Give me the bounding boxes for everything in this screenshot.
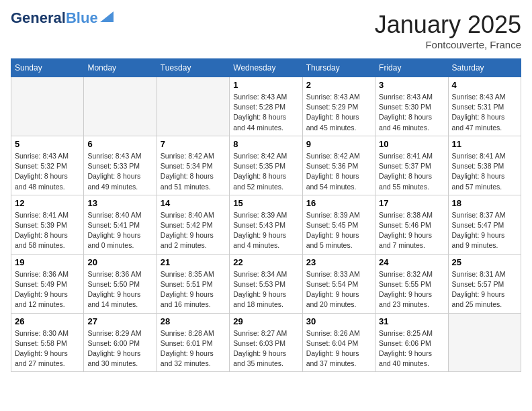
day-info: Sunrise: 8:36 AM Sunset: 5:49 PM Dayligh…	[15, 269, 80, 310]
page-header: GeneralBlue January 2025 Fontcouverte, F…	[11, 11, 521, 50]
day-number: 20	[87, 257, 152, 267]
day-number: 11	[452, 139, 517, 149]
day-number: 23	[306, 257, 371, 267]
weekday-header-row: SundayMondayTuesdayWednesdayThursdayFrid…	[11, 59, 521, 77]
calendar-cell: 6Sunrise: 8:43 AM Sunset: 5:33 PM Daylig…	[84, 136, 157, 195]
day-number: 30	[306, 316, 371, 326]
day-info: Sunrise: 8:43 AM Sunset: 5:30 PM Dayligh…	[379, 92, 444, 133]
calendar-cell: 22Sunrise: 8:34 AM Sunset: 5:53 PM Dayli…	[230, 254, 302, 313]
day-info: Sunrise: 8:43 AM Sunset: 5:33 PM Dayligh…	[87, 151, 152, 192]
day-info: Sunrise: 8:32 AM Sunset: 5:55 PM Dayligh…	[379, 269, 444, 310]
calendar-cell: 16Sunrise: 8:39 AM Sunset: 5:45 PM Dayli…	[302, 195, 375, 254]
day-info: Sunrise: 8:40 AM Sunset: 5:41 PM Dayligh…	[87, 210, 152, 251]
weekday-header: Monday	[84, 59, 157, 77]
month-title: January 2025	[375, 11, 521, 39]
day-info: Sunrise: 8:42 AM Sunset: 5:34 PM Dayligh…	[161, 151, 226, 192]
day-number: 31	[379, 316, 444, 326]
calendar-cell: 8Sunrise: 8:42 AM Sunset: 5:35 PM Daylig…	[230, 136, 302, 195]
day-number: 29	[233, 316, 298, 326]
day-number: 4	[452, 80, 517, 90]
day-number: 28	[161, 316, 226, 326]
calendar-cell: 29Sunrise: 8:27 AM Sunset: 6:03 PM Dayli…	[230, 313, 302, 372]
day-number: 21	[161, 257, 226, 267]
day-number: 17	[379, 198, 444, 208]
day-info: Sunrise: 8:35 AM Sunset: 5:51 PM Dayligh…	[161, 269, 226, 310]
calendar-cell: 11Sunrise: 8:41 AM Sunset: 5:38 PM Dayli…	[448, 136, 521, 195]
day-info: Sunrise: 8:37 AM Sunset: 5:47 PM Dayligh…	[452, 210, 517, 251]
logo-text: GeneralBlue	[11, 11, 98, 26]
title-block: January 2025 Fontcouverte, France	[375, 11, 521, 50]
day-info: Sunrise: 8:41 AM Sunset: 5:37 PM Dayligh…	[379, 151, 444, 192]
day-number: 12	[15, 198, 80, 208]
day-info: Sunrise: 8:42 AM Sunset: 5:36 PM Dayligh…	[306, 151, 371, 192]
day-number: 27	[87, 316, 152, 326]
location: Fontcouverte, France	[375, 39, 521, 50]
calendar-cell: 3Sunrise: 8:43 AM Sunset: 5:30 PM Daylig…	[375, 77, 448, 136]
calendar-cell: 9Sunrise: 8:42 AM Sunset: 5:36 PM Daylig…	[302, 136, 375, 195]
day-info: Sunrise: 8:43 AM Sunset: 5:28 PM Dayligh…	[233, 92, 298, 133]
week-row: 5Sunrise: 8:43 AM Sunset: 5:32 PM Daylig…	[11, 136, 521, 195]
weekday-header: Friday	[375, 59, 448, 77]
day-info: Sunrise: 8:31 AM Sunset: 5:57 PM Dayligh…	[452, 269, 517, 310]
day-info: Sunrise: 8:38 AM Sunset: 5:46 PM Dayligh…	[379, 210, 444, 251]
day-info: Sunrise: 8:25 AM Sunset: 6:06 PM Dayligh…	[379, 328, 444, 369]
calendar-cell: 17Sunrise: 8:38 AM Sunset: 5:46 PM Dayli…	[375, 195, 448, 254]
week-row: 1Sunrise: 8:43 AM Sunset: 5:28 PM Daylig…	[11, 77, 521, 136]
weekday-header: Saturday	[448, 59, 521, 77]
calendar-cell: 24Sunrise: 8:32 AM Sunset: 5:55 PM Dayli…	[375, 254, 448, 313]
day-number: 13	[87, 198, 152, 208]
day-info: Sunrise: 8:43 AM Sunset: 5:31 PM Dayligh…	[452, 92, 517, 133]
day-number: 16	[306, 198, 371, 208]
calendar-cell	[11, 77, 84, 136]
calendar-cell: 14Sunrise: 8:40 AM Sunset: 5:42 PM Dayli…	[157, 195, 229, 254]
weekday-header: Tuesday	[157, 59, 229, 77]
calendar-cell: 10Sunrise: 8:41 AM Sunset: 5:37 PM Dayli…	[375, 136, 448, 195]
day-number: 8	[233, 139, 298, 149]
calendar-table: SundayMondayTuesdayWednesdayThursdayFrid…	[11, 58, 521, 372]
calendar-cell: 7Sunrise: 8:42 AM Sunset: 5:34 PM Daylig…	[157, 136, 229, 195]
logo: GeneralBlue	[11, 11, 114, 26]
day-number: 9	[306, 139, 371, 149]
calendar-cell: 15Sunrise: 8:39 AM Sunset: 5:43 PM Dayli…	[230, 195, 302, 254]
day-number: 14	[161, 198, 226, 208]
logo-icon	[100, 11, 114, 22]
calendar-cell: 1Sunrise: 8:43 AM Sunset: 5:28 PM Daylig…	[230, 77, 302, 136]
day-number: 19	[15, 257, 80, 267]
weekday-header: Sunday	[11, 59, 84, 77]
day-info: Sunrise: 8:43 AM Sunset: 5:29 PM Dayligh…	[306, 92, 371, 133]
day-number: 5	[15, 139, 80, 149]
calendar-cell: 2Sunrise: 8:43 AM Sunset: 5:29 PM Daylig…	[302, 77, 375, 136]
day-info: Sunrise: 8:41 AM Sunset: 5:38 PM Dayligh…	[452, 151, 517, 192]
day-info: Sunrise: 8:29 AM Sunset: 6:00 PM Dayligh…	[87, 328, 152, 369]
calendar-cell: 19Sunrise: 8:36 AM Sunset: 5:49 PM Dayli…	[11, 254, 84, 313]
day-info: Sunrise: 8:40 AM Sunset: 5:42 PM Dayligh…	[161, 210, 226, 251]
day-info: Sunrise: 8:26 AM Sunset: 6:04 PM Dayligh…	[306, 328, 371, 369]
calendar-cell: 25Sunrise: 8:31 AM Sunset: 5:57 PM Dayli…	[448, 254, 521, 313]
calendar-cell: 20Sunrise: 8:36 AM Sunset: 5:50 PM Dayli…	[84, 254, 157, 313]
week-row: 26Sunrise: 8:30 AM Sunset: 5:58 PM Dayli…	[11, 313, 521, 372]
calendar-cell: 4Sunrise: 8:43 AM Sunset: 5:31 PM Daylig…	[448, 77, 521, 136]
day-number: 10	[379, 139, 444, 149]
calendar-cell	[157, 77, 229, 136]
calendar-cell: 18Sunrise: 8:37 AM Sunset: 5:47 PM Dayli…	[448, 195, 521, 254]
calendar-cell: 28Sunrise: 8:28 AM Sunset: 6:01 PM Dayli…	[157, 313, 229, 372]
week-row: 12Sunrise: 8:41 AM Sunset: 5:39 PM Dayli…	[11, 195, 521, 254]
day-number: 22	[233, 257, 298, 267]
day-info: Sunrise: 8:43 AM Sunset: 5:32 PM Dayligh…	[15, 151, 80, 192]
day-info: Sunrise: 8:30 AM Sunset: 5:58 PM Dayligh…	[15, 328, 80, 369]
day-info: Sunrise: 8:34 AM Sunset: 5:53 PM Dayligh…	[233, 269, 298, 310]
calendar-cell: 26Sunrise: 8:30 AM Sunset: 5:58 PM Dayli…	[11, 313, 84, 372]
calendar-cell: 21Sunrise: 8:35 AM Sunset: 5:51 PM Dayli…	[157, 254, 229, 313]
day-number: 6	[87, 139, 152, 149]
day-number: 15	[233, 198, 298, 208]
calendar-cell	[84, 77, 157, 136]
day-number: 1	[233, 80, 298, 90]
day-number: 25	[452, 257, 517, 267]
day-info: Sunrise: 8:42 AM Sunset: 5:35 PM Dayligh…	[233, 151, 298, 192]
day-info: Sunrise: 8:27 AM Sunset: 6:03 PM Dayligh…	[233, 328, 298, 369]
day-info: Sunrise: 8:33 AM Sunset: 5:54 PM Dayligh…	[306, 269, 371, 310]
day-number: 26	[15, 316, 80, 326]
day-number: 2	[306, 80, 371, 90]
weekday-header: Wednesday	[230, 59, 302, 77]
weekday-header: Thursday	[302, 59, 375, 77]
